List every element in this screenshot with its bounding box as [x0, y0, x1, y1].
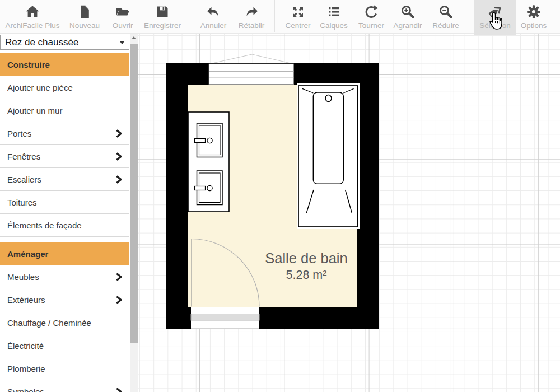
toolbar-button-options[interactable]: Options [515, 0, 552, 34]
toolbar-button-new[interactable]: Nouveau [64, 0, 105, 34]
toolbar-button-label: Enregistrer [144, 21, 181, 30]
undo-icon [206, 3, 221, 20]
scroll-up-arrow-icon [132, 36, 136, 39]
toolbar-button-open[interactable]: Ouvrir [105, 0, 140, 34]
redo-icon [244, 3, 259, 20]
sidebar-item-plomberie[interactable]: Plomberie [0, 357, 129, 380]
room-name-label: Salle de bain [265, 250, 347, 266]
toolbar-button-label: Réduire [432, 21, 459, 30]
bathtub[interactable] [297, 83, 360, 229]
toolbar-button-selection[interactable]: Sélection [474, 0, 516, 35]
sidebar: Rez de chaussée Construire Ajouter une p… [0, 34, 129, 392]
toolbar-divider [274, 0, 275, 32]
toolbar-button-label: Tourner [358, 21, 384, 30]
toolbar-button-label: Rétablir [239, 21, 265, 30]
open-folder-icon [115, 3, 130, 20]
drawing-canvas[interactable]: Salle de bain 5.28 m² [138, 34, 560, 392]
menu-header-amenager[interactable]: Aménager [0, 242, 129, 265]
sidebar-scrollbar[interactable] [130, 34, 138, 392]
chevron-down-icon [120, 41, 124, 44]
zoom-in-icon [400, 3, 415, 20]
toolbar-button-label: Ouvrir [113, 21, 133, 30]
sidebar-item-ajouter-une-piece[interactable]: Ajouter une pièce [0, 76, 129, 99]
hand-cursor-icon [488, 12, 504, 34]
toolbar-button-label: ArchiFacile Plus [6, 21, 60, 30]
stacked-appliance-column[interactable] [188, 112, 229, 212]
sidebar-item-toitures[interactable]: Toitures [0, 191, 129, 214]
chevron-right-icon [115, 388, 122, 392]
toolbar-button-label: Agrandir [393, 21, 422, 30]
chevron-right-icon [115, 175, 122, 185]
floor-plan[interactable]: Salle de bain 5.28 m² [162, 48, 386, 336]
sidebar-item-elements-de-facade[interactable]: Élements de façade [0, 214, 129, 237]
toolbar: ArchiFacile Plus Nouveau Ouvrir Enregist… [0, 0, 560, 34]
toolbar-button-label: Nouveau [69, 21, 100, 30]
sidebar-item-portes[interactable]: Portes [0, 122, 129, 145]
scrollbar-thumb[interactable] [130, 44, 138, 343]
toolbar-button-layers[interactable]: Calques [316, 0, 352, 34]
floor-selector-value: Rez de chaussée [5, 37, 78, 48]
menu-header-construire[interactable]: Construire [0, 53, 129, 76]
toolbar-button-undo[interactable]: Annuler [196, 0, 231, 34]
toolbar-button-zoom-in[interactable]: Agrandir [389, 0, 427, 34]
sidebar-item-fenetres[interactable]: Fenêtres [0, 145, 129, 168]
window-swing-lines [209, 54, 293, 64]
toolbar-button-label: Calques [320, 21, 348, 30]
toolbar-divider [189, 0, 189, 32]
scrollbar-up-button[interactable] [130, 34, 138, 42]
gear-icon [526, 3, 541, 20]
center-icon [291, 3, 305, 20]
floor-selector-dropdown[interactable]: Rez de chaussée [0, 35, 129, 50]
menu-section-gap [0, 237, 129, 242]
chevron-right-icon [115, 296, 122, 306]
rotate-icon [364, 3, 379, 20]
window[interactable] [209, 64, 293, 84]
toolbar-button-rotate[interactable]: Tourner [353, 0, 390, 34]
chevron-right-icon [115, 152, 122, 162]
sidebar-item-ajouter-un-mur[interactable]: Ajouter un mur [0, 99, 129, 122]
sidebar-item-symboles[interactable]: Symboles [0, 380, 129, 392]
chevron-right-icon [115, 129, 122, 139]
zoom-out-icon [438, 3, 453, 20]
toolbar-button-zoom-out[interactable]: Réduire [427, 0, 464, 34]
door-opening[interactable] [191, 307, 259, 329]
sidebar-item-chauffage-cheminee[interactable]: Chauffage / Cheminée [0, 311, 129, 334]
home-icon [25, 3, 40, 20]
toolbar-button-label: Centrer [285, 21, 310, 30]
toolbar-button-label: Annuler [200, 21, 227, 30]
chevron-right-icon [115, 273, 122, 283]
sidebar-item-exterieurs[interactable]: Extérieurs [0, 288, 129, 311]
save-icon [155, 3, 170, 20]
sidebar-item-meubles[interactable]: Meubles [0, 265, 129, 288]
layers-icon [326, 3, 341, 20]
toolbar-button-label: Options [521, 21, 547, 30]
sidebar-item-escaliers[interactable]: Escaliers [0, 168, 129, 191]
toolbar-button-home[interactable]: ArchiFacile Plus [1, 0, 64, 34]
toolbar-button-save[interactable]: Enregistrer [140, 0, 185, 34]
toolbar-button-center[interactable]: Centrer [280, 0, 316, 34]
toolbar-button-redo[interactable]: Rétablir [233, 0, 270, 34]
new-document-icon [77, 3, 92, 20]
sidebar-menu: Construire Ajouter une pièce Ajouter un … [0, 53, 129, 392]
sidebar-item-electricite[interactable]: Électricité [0, 334, 129, 357]
room-area-label: 5.28 m² [286, 268, 327, 282]
